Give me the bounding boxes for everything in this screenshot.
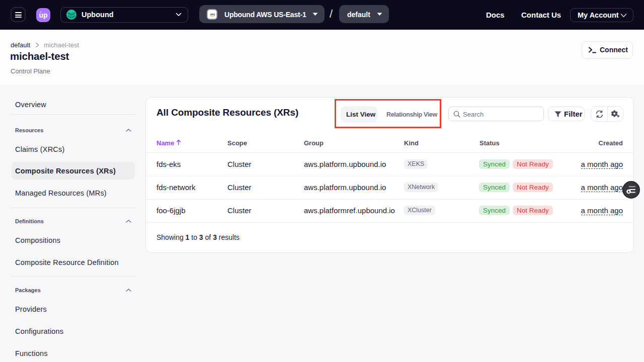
svg-text:aws: aws <box>210 13 215 16</box>
